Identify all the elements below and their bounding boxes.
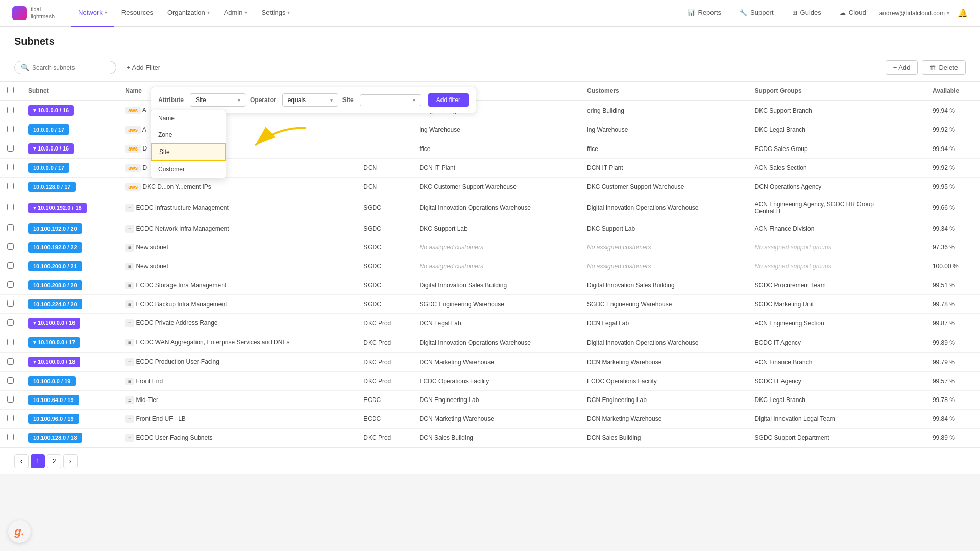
row-available: 99.92 % [925,120,980,139]
row-support-groups: ACN Engineering Agency, SGDC HR GroupCen… [748,196,925,219]
toolbar-left: 🔍 + Add Filter [14,61,164,74]
row-ips: DCN Legal Lab [412,314,580,333]
row-checkbox[interactable] [7,281,14,288]
unknown-customers: No assigned customers [587,244,651,251]
pagination-page-2[interactable]: 2 [47,454,61,468]
table-row: 10.100.128.0 / 18≡ ECDC User-Facing Subn… [0,429,980,447]
row-checkbox[interactable] [7,377,14,384]
subnet-pill: 10.100.192.0 / 20 [28,223,82,234]
subnet-pill: 10.0.0.0 / 17 [28,163,69,173]
row-support-groups: DKC Support Branch [748,101,925,120]
col-customers: Customers [580,82,748,101]
row-available: 100.00 % [925,257,980,276]
chevron-down-icon: ▾ [330,97,333,103]
select-all-checkbox[interactable] [7,87,14,93]
row-checkbox[interactable] [7,224,14,231]
search-box[interactable]: 🔍 [14,61,116,74]
user-menu[interactable]: andrew@tidalcloud.com ▾ [879,10,949,17]
row-checkbox[interactable] [7,243,14,250]
row-available: 99.84 % [925,410,980,429]
row-checkbox[interactable] [7,204,14,210]
row-ips: Digital Innovation Operations Warehouse [412,333,580,353]
table-container: Subnet Name Site IPs Customers Support G… [0,82,980,447]
table-row: ▾ 10.0.0.0 / 16aws DfficefficeECDC Sales… [0,139,980,159]
row-support-groups: ACN Finance Division [748,219,925,238]
pagination-prev[interactable]: ‹ [14,454,29,468]
site-select[interactable]: ▾ [360,94,421,106]
dropdown-option-name[interactable]: Name [151,110,226,127]
row-checkbox[interactable] [7,262,14,269]
nav-resources[interactable]: Resources [114,0,160,27]
nav-guides[interactable]: ⊞ Guides [787,0,826,27]
col-subnet: Subnet [21,82,118,101]
add-filter-action-button[interactable]: Add filter [428,93,469,107]
nav-support[interactable]: 🔧 Support [734,0,779,27]
table-row: 10.0.128.0 / 17aws DKC D...on Y...ement … [0,178,980,196]
row-name: ≡ ECDC Private Address Range [118,314,356,333]
generic-provider-icon: ≡ [125,319,134,327]
operator-select[interactable]: equals ▾ [282,93,338,107]
row-checkbox[interactable] [7,107,14,113]
row-checkbox[interactable] [7,126,14,132]
generic-provider-icon: ≡ [125,396,134,404]
generic-provider-icon: ≡ [125,225,134,233]
row-checkbox[interactable] [7,300,14,307]
generic-provider-icon: ≡ [125,282,134,289]
dropdown-option-site[interactable]: Site [151,143,226,161]
nav-organization[interactable]: Organization ▾ [160,0,217,27]
row-checkbox[interactable] [7,164,14,170]
delete-button[interactable]: 🗑 Delete [922,60,966,75]
row-support-groups: DKC Legal Branch [748,391,925,410]
row-support-groups: ACN Finance Branch [748,353,925,372]
row-checkbox[interactable] [7,319,14,326]
attribute-select[interactable]: Site ▾ [190,93,246,107]
row-site: SGDC [356,276,412,295]
row-customers: Digital Innovation Sales Building [580,276,748,295]
row-support-groups: SGDC IT Agency [748,372,925,391]
row-site: DKC Prod [356,333,412,353]
table-row: 10.100.96.0 / 19≡ Front End UF - LBECDCD… [0,410,980,429]
pagination-next[interactable]: › [63,454,78,468]
unknown-customers: No assigned customers [420,263,483,270]
table-row: 10.100.192.0 / 22≡ New subnetSGDCNo assi… [0,238,980,257]
notification-bell-icon[interactable]: 🔔 [958,8,968,18]
row-available: 99.95 % [925,178,980,196]
row-site: DCN [356,178,412,196]
row-ips: Digital Innovation Sales Building [412,276,580,295]
cloud-icon: ☁ [840,9,846,16]
table-row: 10.100.200.0 / 21≡ New subnetSGDCNo assi… [0,257,980,276]
add-filter-button[interactable]: + Add Filter [122,61,164,74]
row-ips: DCN Engineering Lab [412,391,580,410]
aws-icon: aws [125,145,141,153]
row-available: 99.34 % [925,219,980,238]
row-checkbox[interactable] [7,339,14,345]
logo[interactable]: tidal lightmesh [12,6,55,20]
row-checkbox[interactable] [7,358,14,365]
row-checkbox[interactable] [7,145,14,152]
row-site: SGDC [356,238,412,257]
row-checkbox[interactable] [7,415,14,421]
row-checkbox[interactable] [7,396,14,403]
nav-network[interactable]: Network ▾ [71,0,114,27]
row-available: 99.92 % [925,159,980,178]
nav-settings[interactable]: Settings ▾ [254,0,297,27]
nav-admin[interactable]: Admin ▾ [217,0,255,27]
attribute-dropdown-list: Name Zone Site Customer [151,110,226,178]
row-checkbox[interactable] [7,183,14,189]
add-button[interactable]: + Add [886,60,918,75]
subnet-pill: 10.0.128.0 / 17 [28,182,76,192]
search-input[interactable] [32,64,110,71]
nav-reports[interactable]: 📊 Reports [682,0,727,27]
subnet-pill: 10.100.200.0 / 21 [28,261,82,271]
generic-provider-icon: ≡ [125,415,134,423]
attribute-label: Attribute [158,96,184,104]
dropdown-option-zone[interactable]: Zone [151,127,226,143]
row-site [356,120,412,139]
pagination-page-1[interactable]: 1 [31,454,45,468]
row-checkbox[interactable] [7,434,14,440]
site-label: Site [342,96,354,104]
dropdown-option-customer[interactable]: Customer [151,161,226,178]
row-customers: No assigned customers [580,238,748,257]
nav-cloud[interactable]: ☁ Cloud [835,0,871,27]
attribute-value: Site [195,96,206,104]
